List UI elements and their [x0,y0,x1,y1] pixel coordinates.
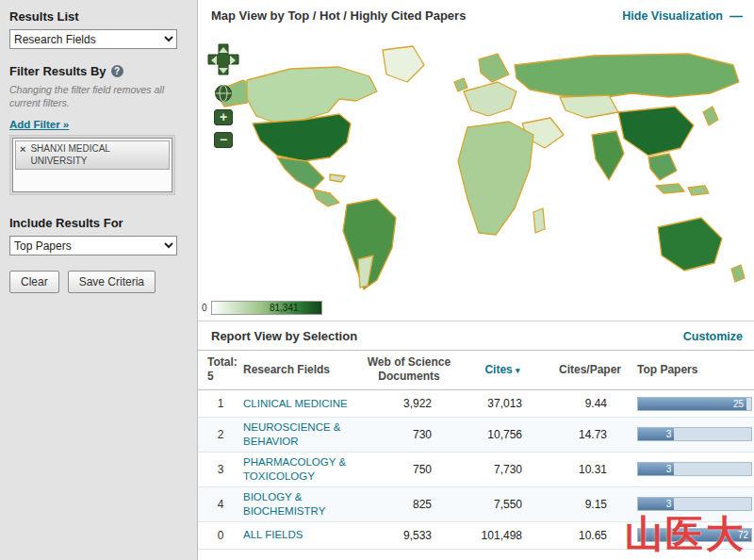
filter-section: Filter Results By ? Changing the filter … [9,64,188,195]
help-icon[interactable]: ? [111,65,123,77]
row-cites-per-paper: 14.73 [543,428,637,441]
legend-min-label: 0 [202,303,207,315]
report-header: Report View by Selection Customize [198,321,754,350]
include-results-section: Include Results For Top Papers [9,216,188,255]
row-top-papers-cell: 3 [637,427,754,441]
sidebar: Results List Research Fields Filter Resu… [0,0,198,560]
results-list-select[interactable]: Research Fields [9,29,177,49]
map-legend: 0 81,341 [202,301,322,315]
row-rank: 2 [198,428,243,441]
table-row: 4BIOLOGY & BIOCHEMISTRY8257,5509.153 [198,487,754,522]
top-papers-bar: 25 [637,397,752,411]
add-filter-link[interactable]: Add Filter » [9,119,69,130]
row-rank: 1 [198,397,243,410]
report-table: Total: 5 Research Fields Web of Science … [198,350,754,550]
row-top-papers-cell: 25 [637,397,754,411]
legend-max-label: 81,341 [270,303,299,313]
top-papers-value: 72 [738,530,751,540]
report-table-rows: 1CLINICAL MEDICINE3,92237,0139.44252NEUR… [198,390,754,550]
row-cites-per-paper: 10.31 [543,463,637,476]
app-root: Results List Research Fields Filter Resu… [0,0,754,560]
collapse-icon: — [729,11,743,21]
row-rank: 0 [198,529,243,542]
column-header-cites[interactable]: Cites ▾ [462,363,543,377]
cites-label: Cites [484,363,512,376]
results-list-section: Results List Research Fields [9,9,188,49]
table-row: 3PHARMACOLOGY & TOXICOLOGY7507,73010.313 [198,453,754,487]
row-field-cell: PHARMACOLOGY & TOXICOLOGY [243,455,356,484]
column-header-documents: Web of Science Documents [356,355,462,384]
sidebar-buttons: Clear Save Criteria [9,271,188,293]
table-row: 2NEUROSCIENCE & BEHAVIOR73010,75614.733 [198,418,754,453]
customize-link[interactable]: Customize [683,330,743,343]
research-field-link[interactable]: NEUROSCIENCE & BEHAVIOR [243,421,341,447]
total-value: 5 [207,370,243,384]
filter-by-label: Filter Results By [9,64,107,78]
row-documents: 825 [356,498,462,511]
row-field-cell: CLINICAL MEDICINE [243,397,356,411]
top-papers-bar: 72 [637,528,752,542]
map-pan-control[interactable] [207,43,239,77]
filter-by-heading: Filter Results By ? [9,64,188,78]
filter-chip-label: SHANXI MEDICAL UNIVERSITY [30,143,134,167]
table-row: 1CLINICAL MEDICINE3,92237,0139.4425 [198,390,754,418]
map-controls: + − [207,43,239,148]
clear-button[interactable]: Clear [9,271,59,293]
research-field-link[interactable]: ALL FIELDS [243,529,303,540]
table-row: 0ALL FIELDS9,533101,49810.6572 [198,522,754,550]
row-documents: 730 [356,428,462,441]
top-papers-bar: 3 [637,497,752,511]
map-view-title: Map View by Top / Hot / Highly Cited Pap… [211,8,466,23]
research-field-link[interactable]: CLINICAL MEDICINE [243,398,348,409]
main-panel: Map View by Top / Hot / Highly Cited Pap… [198,0,754,560]
row-top-papers-cell: 72 [637,528,754,542]
top-papers-bar: 3 [637,462,752,476]
filter-note: Changing the filter field removes all cu… [9,84,170,109]
research-field-link[interactable]: BIOLOGY & BIOCHEMISTRY [243,491,325,517]
row-top-papers-cell: 3 [637,462,754,476]
row-cites: 37,013 [462,397,543,410]
column-header-total: Total: 5 [198,355,243,384]
row-field-cell: ALL FIELDS [243,528,356,542]
row-rank: 3 [198,463,243,476]
remove-filter-icon[interactable]: × [20,143,25,155]
map-header: Map View by Top / Hot / Highly Cited Pap… [198,0,754,28]
save-criteria-button[interactable]: Save Criteria [68,271,156,293]
row-documents: 9,533 [356,529,462,542]
hide-visualization-label: Hide Visualization [622,9,723,23]
row-cites: 7,550 [462,498,543,511]
map-zoom-in-button[interactable]: + [214,109,233,125]
row-field-cell: BIOLOGY & BIOCHEMISTRY [243,490,356,519]
world-map[interactable] [198,28,754,321]
hide-visualization-link[interactable]: Hide Visualization — [622,9,743,23]
row-cites-per-paper: 9.15 [543,498,637,511]
filter-chip[interactable]: × SHANXI MEDICAL UNIVERSITY [15,140,170,170]
include-results-select[interactable]: Top Papers [9,236,177,255]
legend-gradient-bar: 81,341 [211,301,322,315]
top-papers-value: 25 [733,399,746,409]
row-cites-per-paper: 9.44 [543,397,637,410]
top-papers-value: 3 [666,499,675,509]
row-cites: 10,756 [462,428,543,441]
filter-list[interactable]: × SHANXI MEDICAL UNIVERSITY [12,138,172,192]
sort-descending-icon: ▾ [516,366,520,375]
results-list-heading: Results List [9,9,188,24]
research-field-link[interactable]: PHARMACOLOGY & TOXICOLOGY [243,456,346,482]
include-results-heading: Include Results For [9,216,188,230]
row-top-papers-cell: 3 [637,497,754,511]
top-papers-bar: 3 [637,427,752,441]
map-area: + − 0 81,341 [198,28,754,321]
map-zoom-out-button[interactable]: − [214,132,233,148]
column-header-cites-per-paper: Cites/Paper [543,363,637,377]
row-cites: 7,730 [462,463,543,476]
filter-box: × SHANXI MEDICAL UNIVERSITY [9,135,175,195]
map-countries [215,46,745,289]
total-label: Total: [207,355,243,370]
top-papers-value: 3 [666,429,675,439]
row-documents: 750 [356,463,462,476]
top-papers-value: 3 [666,464,675,474]
map-globe-icon[interactable] [214,84,233,103]
row-rank: 4 [198,498,243,511]
column-header-top-papers: Top Papers [637,363,754,377]
row-field-cell: NEUROSCIENCE & BEHAVIOR [243,420,356,449]
